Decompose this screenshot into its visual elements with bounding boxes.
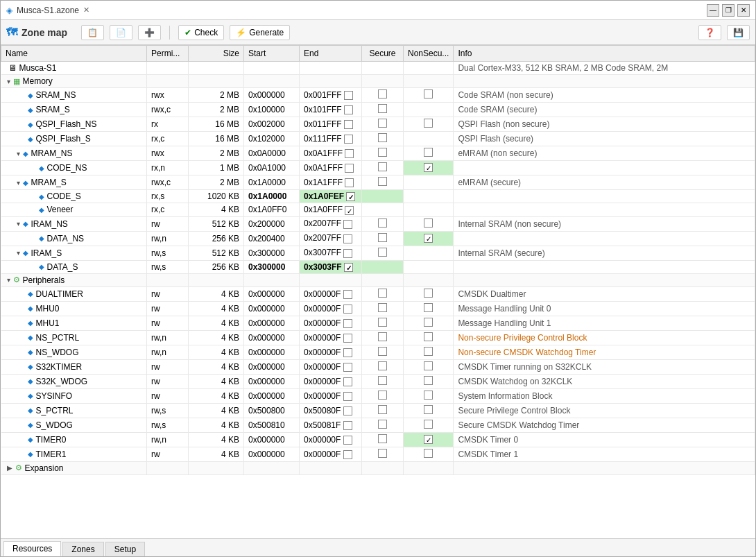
nonsecure-cell[interactable] [404, 216, 454, 231]
nonsecure-cell[interactable] [404, 403, 454, 418]
table-row[interactable]: ▾ ▦ Memory [1, 75, 755, 88]
secure-cell[interactable] [362, 103, 404, 117]
secure-cell[interactable] [362, 190, 404, 203]
table-row[interactable]: ◆ S32K_WDOG rw 4 KB 0x000000 0x00000F CM… [1, 374, 755, 388]
nonsecure-cell[interactable] [404, 447, 454, 461]
secure-cell[interactable] [362, 132, 404, 146]
table-row[interactable]: ▾ ◆ MRAM_NS rwx 2 MB 0x0A0000 0x0A1FFF e… [1, 146, 755, 161]
expand-icon[interactable]: ▾ [17, 150, 20, 157]
secure-cell[interactable] [362, 203, 404, 216]
secure-cell[interactable] [362, 175, 404, 190]
nonsecure-cell[interactable] [404, 374, 454, 388]
diamond-icon: ◆ [28, 319, 33, 327]
table-row[interactable]: ◆ S_PCTRL rw,s 4 KB 0x500800 0x50080F Se… [1, 403, 755, 418]
expand-icon[interactable]: ▾ [17, 249, 20, 257]
name-cell: ◆ MHU1 [1, 316, 147, 330]
nonsecure-cell[interactable]: ✓ [404, 161, 454, 175]
expand-icon[interactable]: ▾ [17, 179, 20, 187]
check-button[interactable]: ✔ Check [178, 25, 224, 40]
tab-setup[interactable]: Setup [105, 542, 145, 556]
nonsecure-cell[interactable] [404, 316, 454, 330]
expand-icon[interactable]: ▾ [17, 220, 20, 228]
secure-cell[interactable] [362, 216, 404, 231]
secure-cell[interactable] [362, 388, 404, 403]
expand-icon[interactable]: ▾ [7, 78, 10, 85]
nonsecure-cell[interactable] [404, 88, 454, 103]
nonsecure-cell[interactable] [404, 418, 454, 432]
table-row[interactable]: ◆ DUALTIMER rw 4 KB 0x000000 0x00000F CM… [1, 286, 755, 301]
table-row[interactable]: ▾ ⚙ Peripherals [1, 273, 755, 286]
bottom-tab-bar: Resources Zones Setup [1, 538, 755, 556]
secure-cell[interactable] [362, 146, 404, 161]
nonsecure-cell[interactable] [404, 301, 454, 316]
table-row[interactable]: ◆ Veneer rx,c 4 KB 0x1A0FF0 0x1A0FFF ✓ [1, 203, 755, 216]
secure-cell[interactable] [362, 432, 404, 447]
secure-cell[interactable] [362, 316, 404, 330]
secure-cell[interactable] [362, 403, 404, 418]
secure-cell[interactable] [362, 374, 404, 388]
secure-cell[interactable] [362, 301, 404, 316]
restore-button[interactable]: ❐ [722, 4, 734, 17]
secure-cell[interactable] [362, 88, 404, 103]
secure-cell[interactable] [362, 260, 404, 273]
table-row[interactable]: ◆ SRAM_NS rwx 2 MB 0x000000 0x001FFF Cod… [1, 88, 755, 103]
save-button[interactable]: 💾 [727, 25, 750, 40]
table-row[interactable]: ◆ SYSINFO rw 4 KB 0x000000 0x00000F Syst… [1, 388, 755, 403]
tab-zones[interactable]: Zones [62, 542, 103, 556]
generate-button[interactable]: ⚡ Generate [230, 25, 290, 40]
table-row[interactable]: ◆ MHU0 rw 4 KB 0x000000 0x00000F Message… [1, 301, 755, 316]
nonsecure-cell[interactable] [404, 146, 454, 161]
table-row[interactable]: ◆ S32KTIMER rw 4 KB 0x000000 0x00000F CM… [1, 359, 755, 374]
table-row[interactable]: ▾ ◆ MRAM_S rwx,c 2 MB 0x1A0000 0x1A1FFF … [1, 175, 755, 190]
table-row[interactable]: ▾ ◆ IRAM_NS rw 512 KB 0x200000 0x2007FF … [1, 216, 755, 231]
col-info: Info [454, 46, 755, 62]
tab-resources[interactable]: Resources [3, 541, 61, 556]
table-row[interactable]: ◆ DATA_NS rw,n 256 KB 0x200400 0x2007FF … [1, 231, 755, 246]
nonsecure-cell[interactable]: ✓ [404, 432, 454, 447]
secure-cell[interactable] [362, 345, 404, 359]
table-row[interactable]: ◆ NS_WDOG rw,n 4 KB 0x000000 0x00000F No… [1, 345, 755, 359]
secure-cell[interactable] [362, 117, 404, 132]
secure-cell[interactable] [362, 359, 404, 374]
secure-cell[interactable] [362, 161, 404, 175]
nonsecure-cell[interactable] [404, 117, 454, 132]
table-row[interactable]: ◆ CODE_S rx,s 1020 KB 0x1A0000 0x1A0FEF … [1, 190, 755, 203]
close-button[interactable]: ✕ [737, 4, 750, 17]
table-row[interactable]: ◆ TIMER0 rw,n 4 KB 0x000000 0x00000F ✓ C… [1, 432, 755, 447]
nonsecure-cell[interactable] [404, 388, 454, 403]
secure-cell[interactable] [362, 418, 404, 432]
nonsecure-cell[interactable] [404, 286, 454, 301]
nonsecure-cell[interactable] [404, 345, 454, 359]
expand-icon[interactable]: ▾ [7, 276, 10, 284]
help-button[interactable]: ❓ [698, 25, 721, 40]
add-button[interactable]: ➕ [138, 25, 161, 40]
secure-cell[interactable] [362, 231, 404, 246]
table-row[interactable]: ◆ CODE_NS rx,n 1 MB 0x0A1000 0x0A1FFF ✓ [1, 161, 755, 175]
minimize-button[interactable]: — [707, 4, 719, 17]
size-cell: 2 MB [189, 103, 244, 117]
secure-cell[interactable] [362, 246, 404, 260]
table-row[interactable]: ◆ S_WDOG rw,s 4 KB 0x500810 0x50081F Sec… [1, 418, 755, 432]
row-name: SRAM_S [36, 105, 70, 114]
secure-cell[interactable] [362, 447, 404, 461]
secure-cell[interactable] [362, 286, 404, 301]
nonsecure-cell[interactable] [404, 359, 454, 374]
table-row[interactable]: ◆ SRAM_S rwx,c 2 MB 0x100000 0x101FFF Co… [1, 103, 755, 117]
table-row[interactable]: ◆ NS_PCTRL rw,n 4 KB 0x000000 0x00000F N… [1, 330, 755, 345]
copy-button[interactable]: 📋 [81, 25, 104, 40]
table-row[interactable]: ◆ QSPI_Flash_S rx,c 16 MB 0x102000 0x111… [1, 132, 755, 146]
table-row[interactable]: ◆ QSPI_Flash_NS rx 16 MB 0x002000 0x011F… [1, 117, 755, 132]
table-row[interactable]: 🖥 Musca-S1 Dual Cortex-M33, 512 KB SRAM,… [1, 62, 755, 75]
table-row[interactable]: ▶ ⚙ Expansion [1, 461, 755, 474]
close-tab-icon[interactable]: ✕ [83, 6, 89, 15]
table-row[interactable]: ◆ DATA_S rw,s 256 KB 0x300000 0x3003FF ✓ [1, 260, 755, 273]
row-name: DATA_S [47, 262, 78, 272]
table-row[interactable]: ◆ TIMER1 rw 4 KB 0x000000 0x00000F CMSDK… [1, 447, 755, 461]
table-row[interactable]: ◆ MHU1 rw 4 KB 0x000000 0x00000F Message… [1, 316, 755, 330]
page-button[interactable]: 📄 [110, 25, 132, 40]
table-row[interactable]: ▾ ◆ IRAM_S rw,s 512 KB 0x300000 0x3007FF… [1, 246, 755, 260]
nonsecure-cell[interactable]: ✓ [404, 231, 454, 246]
expand-icon[interactable]: ▶ [7, 464, 12, 472]
nonsecure-cell[interactable] [404, 330, 454, 345]
secure-cell[interactable] [362, 330, 404, 345]
